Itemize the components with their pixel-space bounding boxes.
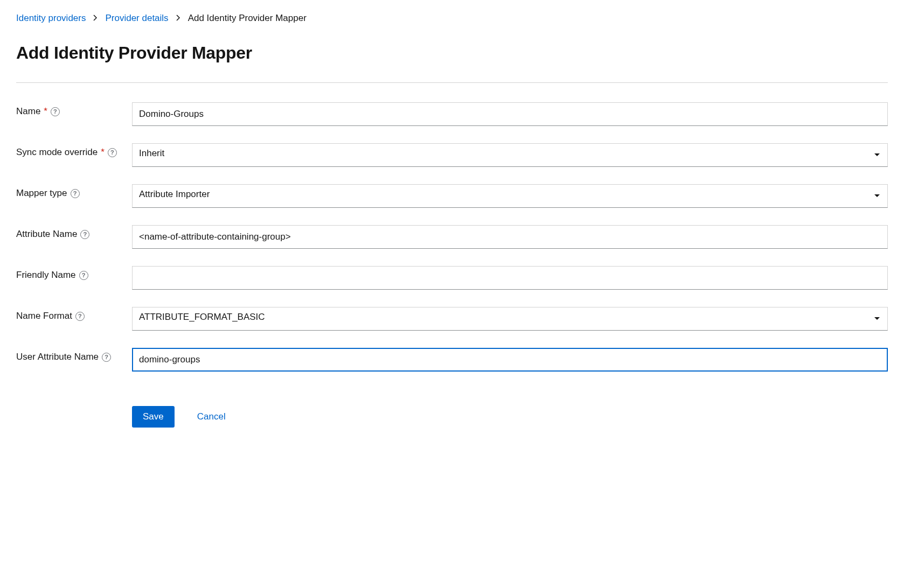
form-row-friendly-name: Friendly Name ? bbox=[16, 266, 888, 290]
label-name: Name * ? bbox=[16, 102, 132, 117]
form-row-sync-mode-override: Sync mode override * ? Inherit bbox=[16, 143, 888, 167]
label-friendly-name: Friendly Name ? bbox=[16, 266, 132, 281]
breadcrumb-current: Add Identity Provider Mapper bbox=[188, 13, 307, 24]
breadcrumb-link-provider-details[interactable]: Provider details bbox=[105, 13, 168, 24]
help-icon[interactable]: ? bbox=[75, 312, 85, 321]
label-name-format: Name Format ? bbox=[16, 307, 132, 321]
sync-mode-override-select[interactable]: Inherit bbox=[132, 143, 888, 167]
form-row-user-attribute-name: User Attribute Name ? bbox=[16, 348, 888, 372]
form-row-mapper-type: Mapper type ? Attribute Importer bbox=[16, 184, 888, 208]
help-icon[interactable]: ? bbox=[51, 107, 60, 116]
cancel-button[interactable]: Cancel bbox=[197, 411, 226, 422]
required-indicator: * bbox=[44, 106, 47, 117]
label-text: Name Format bbox=[16, 311, 72, 321]
form-row-name-format: Name Format ? ATTRIBUTE_FORMAT_BASIC bbox=[16, 307, 888, 331]
label-user-attribute-name: User Attribute Name ? bbox=[16, 348, 132, 362]
label-text: User Attribute Name bbox=[16, 352, 99, 362]
help-icon[interactable]: ? bbox=[79, 271, 88, 280]
breadcrumb-link-identity-providers[interactable]: Identity providers bbox=[16, 13, 86, 24]
form-row-attribute-name: Attribute Name ? bbox=[16, 225, 888, 249]
label-sync-mode-override: Sync mode override * ? bbox=[16, 143, 132, 158]
breadcrumb: Identity providers Provider details Add … bbox=[16, 13, 888, 24]
attribute-name-input[interactable] bbox=[132, 225, 888, 249]
form-actions: Save Cancel bbox=[132, 406, 888, 428]
label-text: Attribute Name bbox=[16, 229, 77, 240]
name-format-select[interactable]: ATTRIBUTE_FORMAT_BASIC bbox=[132, 307, 888, 331]
help-icon[interactable]: ? bbox=[108, 148, 117, 157]
form-row-name: Name * ? bbox=[16, 102, 888, 126]
label-text: Mapper type bbox=[16, 188, 67, 199]
required-indicator: * bbox=[101, 147, 105, 158]
page-title: Add Identity Provider Mapper bbox=[16, 43, 888, 63]
label-text: Sync mode override bbox=[16, 147, 98, 158]
chevron-right-icon bbox=[176, 14, 180, 23]
mapper-type-select[interactable]: Attribute Importer bbox=[132, 184, 888, 208]
help-icon[interactable]: ? bbox=[102, 353, 111, 362]
add-mapper-form: Name * ? Sync mode override * ? Inherit … bbox=[16, 102, 888, 428]
chevron-right-icon bbox=[93, 14, 98, 23]
help-icon[interactable]: ? bbox=[80, 230, 89, 239]
user-attribute-name-input[interactable] bbox=[132, 348, 888, 372]
name-input[interactable] bbox=[132, 102, 888, 126]
label-attribute-name: Attribute Name ? bbox=[16, 225, 132, 240]
save-button[interactable]: Save bbox=[132, 406, 175, 428]
label-text: Name bbox=[16, 106, 40, 117]
section-divider bbox=[16, 82, 888, 83]
help-icon[interactable]: ? bbox=[71, 189, 80, 198]
label-mapper-type: Mapper type ? bbox=[16, 184, 132, 199]
friendly-name-input[interactable] bbox=[132, 266, 888, 290]
label-text: Friendly Name bbox=[16, 270, 76, 281]
